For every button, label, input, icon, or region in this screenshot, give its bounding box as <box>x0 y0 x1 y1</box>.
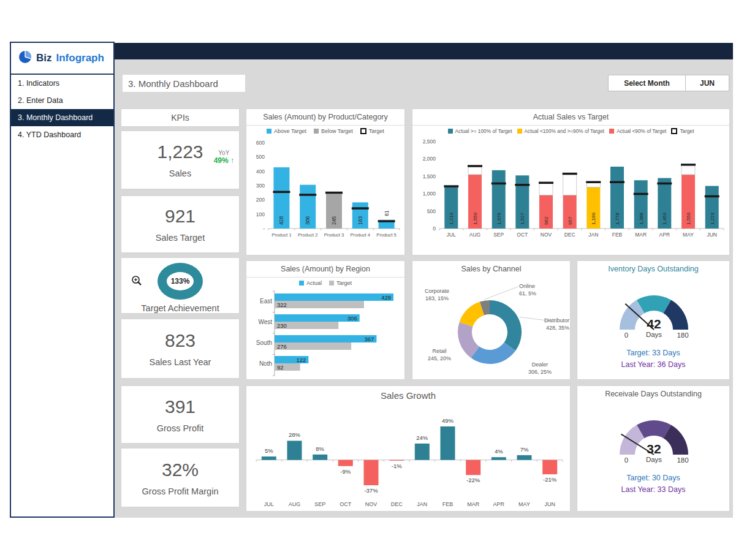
svg-text:0: 0 <box>624 456 628 464</box>
target-value-label: 322 <box>277 301 287 308</box>
product-category-chart-card: Sales (Amount) by Product/Category Above… <box>246 108 405 255</box>
target-achievement-donut: 133% <box>158 263 203 300</box>
bar-value-label: 183 <box>357 216 363 225</box>
actual-bar <box>275 293 393 301</box>
target-marker <box>273 191 290 194</box>
target-bar <box>275 301 364 308</box>
target-marker <box>586 181 601 184</box>
svg-text:Product 5: Product 5 <box>376 232 397 238</box>
legend-swatch-icon <box>267 129 271 134</box>
brand-name-light: Infograph <box>56 52 104 64</box>
bar-value-label: 1,190 <box>591 212 596 225</box>
legend-item: Target <box>671 128 694 134</box>
legend-swatch-icon <box>314 129 319 134</box>
bar <box>441 426 455 460</box>
bar-value-label: 5% <box>265 447 273 454</box>
svg-text:400: 400 <box>256 168 265 175</box>
slice-value: 61, 5% <box>519 290 536 297</box>
legend-swatch-icon <box>299 281 304 286</box>
svg-text:NOV: NOV <box>365 501 378 507</box>
receivable-last-year-text: Last Year: 33 Days <box>577 485 729 494</box>
sidebar-item-4[interactable]: 4. YTD Dashboard <box>11 126 113 143</box>
target-marker <box>468 165 482 167</box>
slice-value: 183, 15% <box>425 295 449 301</box>
target-marker <box>325 192 343 194</box>
yoy-value: 49% <box>214 156 229 165</box>
svg-text:DEC: DEC <box>391 501 403 507</box>
sidebar: BizInfograph 1. Indicators2. Enter Data3… <box>10 42 115 518</box>
svg-text:2,500: 2,500 <box>423 138 436 145</box>
slice-label: Corporate <box>425 288 449 294</box>
yoy-indicator: YoY 49% ↑ <box>214 149 234 165</box>
kpi-sales-last-year-card: 823 Sales Last Year <box>121 319 240 379</box>
target-value-label: 276 <box>277 343 287 350</box>
legend-item: Actual <100% and >=90% of Target <box>517 128 605 134</box>
svg-text:100: 100 <box>256 211 265 218</box>
zoom-cursor-icon <box>131 275 142 289</box>
sidebar-item-2[interactable]: 2. Enter Data <box>11 92 113 109</box>
svg-text:West: West <box>258 319 272 325</box>
actual-value-label: 306 <box>347 315 357 322</box>
slice-label: Dealer <box>532 361 549 368</box>
actual-vs-target-chart: 2,5002,0001,5001,00050001,210JUL1,550AUG… <box>412 137 729 259</box>
yoy-up-arrow-icon: ↑ <box>230 156 234 165</box>
product-chart-legend: Above TargetBelow TargetTarget <box>246 126 404 137</box>
growth-chart-title: Sales Growth <box>246 386 570 404</box>
legend-item: Target <box>329 280 352 286</box>
actual-vs-target-chart-card: Actual Sales vs Target Actual >= 100% of… <box>412 108 730 255</box>
bar-value-label: 1,778 <box>615 212 620 225</box>
sales-last-year-label: Sales Last Year <box>150 357 211 367</box>
bar-value-label: 7% <box>520 446 529 453</box>
svg-text:JAN: JAN <box>417 501 427 507</box>
svg-text:Days: Days <box>646 456 662 463</box>
kpi-sales-card: 1,223 Sales YoY 49% ↑ <box>121 131 240 189</box>
screenshot: BizInfograph 1. Indicators2. Enter Data3… <box>0 0 744 560</box>
svg-text:SEP: SEP <box>314 501 325 507</box>
svg-text:MAR: MAR <box>635 232 647 238</box>
target-marker <box>444 185 458 187</box>
kpi-target-achievement-card: 133% Target Achievement <box>121 257 240 314</box>
sidebar-item-3[interactable]: 3. Monthly Dashboard <box>11 109 113 126</box>
gauge-value: 42 <box>647 317 661 331</box>
legend-swatch-icon <box>517 129 522 134</box>
logo: BizInfograph <box>11 43 113 75</box>
svg-text:180: 180 <box>677 456 688 464</box>
bar <box>262 456 276 460</box>
bar <box>542 460 557 474</box>
svg-text:600: 600 <box>256 140 265 146</box>
svg-text:0: 0 <box>433 225 436 232</box>
brand-name-bold: Biz <box>36 52 52 64</box>
bar-value-label: 306 <box>305 216 311 225</box>
sales-last-year-value: 823 <box>165 330 195 351</box>
kpi-sales-target-card: 921 Sales Target <box>121 195 240 253</box>
slice-label: Distributor <box>544 317 569 324</box>
selected-month-value[interactable]: JUN <box>685 75 729 91</box>
main-area: 3. Monthly Dashboard Select Month JUN KP… <box>115 42 733 518</box>
svg-text:500: 500 <box>256 154 265 160</box>
target-value-label: 230 <box>277 322 287 329</box>
gauge-value: 32 <box>647 442 661 456</box>
bar-value-label: 24% <box>416 434 428 441</box>
svg-text:MAY: MAY <box>518 501 530 507</box>
bar <box>415 444 430 460</box>
channel-chart-card: Sales by Channel Distributor428, 35%Deal… <box>412 260 571 380</box>
legend-item: Above Target <box>267 128 306 134</box>
target-marker <box>492 183 506 185</box>
svg-text:500: 500 <box>427 208 436 214</box>
kpi-gross-profit-margin-card: 32% Gross Profit Margin <box>121 448 240 507</box>
svg-text:300: 300 <box>256 183 265 189</box>
actual-vs-target-title: Actual Sales vs Target <box>412 109 729 126</box>
select-month-button[interactable]: Select Month <box>608 75 686 91</box>
slice-value: 306, 25% <box>528 369 552 375</box>
sidebar-item-1[interactable]: 1. Indicators <box>11 75 113 92</box>
dashboard-app: BizInfograph 1. Indicators2. Enter Data3… <box>10 42 733 518</box>
bar-value-label: 1,550 <box>473 212 478 225</box>
channel-chart-title: Sales by Channel <box>412 261 570 277</box>
target-marker <box>681 164 696 166</box>
page-title: 3. Monthly Dashboard <box>123 75 245 92</box>
target-marker <box>299 194 316 196</box>
target-marker <box>352 207 369 210</box>
receivable-gauge-card: Receivale Days Outstanding 32Days0180 Ta… <box>577 385 730 512</box>
growth-chart-card: Sales Growth 5%JUL28%AUG8%SEP-9%OCT-37%N… <box>246 385 571 512</box>
bar <box>287 441 302 460</box>
